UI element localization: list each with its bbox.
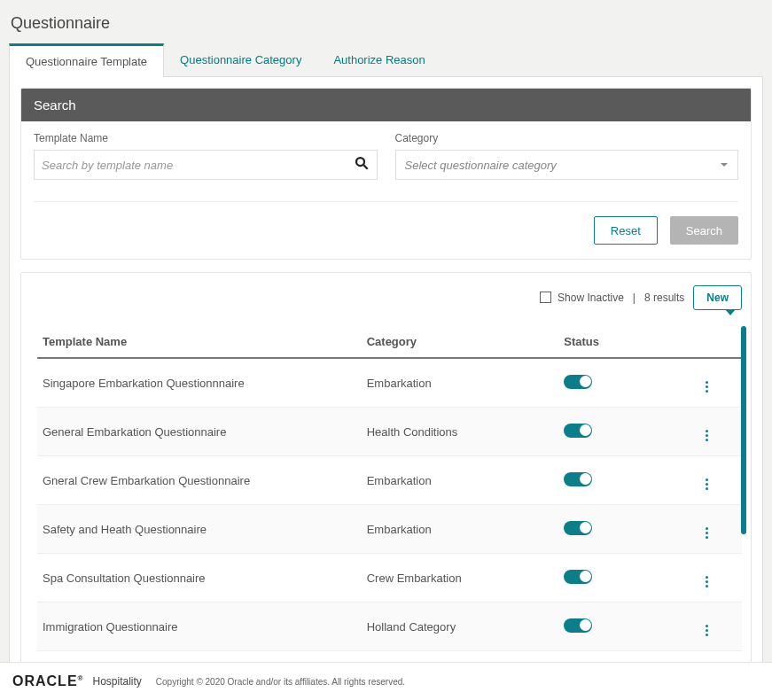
cell-name: Safety and Heath Questionnaire (37, 505, 362, 554)
reset-button[interactable]: Reset (594, 216, 658, 245)
tab-bar: Questionnaire Template Questionnaire Cat… (9, 43, 763, 77)
table-row[interactable]: Spa Consultation Questionnaire Crew Emba… (37, 554, 742, 603)
copyright-text: Copyright © 2020 Oracle and/or its affil… (156, 677, 405, 687)
search-icon[interactable] (354, 155, 370, 175)
status-toggle[interactable] (564, 521, 592, 535)
row-menu-button[interactable] (671, 408, 742, 456)
checkbox-icon (540, 292, 551, 303)
row-menu-button[interactable] (671, 554, 742, 603)
column-header-status[interactable]: Status (558, 326, 671, 358)
search-header: Search (21, 89, 751, 121)
svg-line-1 (363, 165, 368, 169)
cell-category: Embarkation (362, 456, 559, 505)
status-toggle[interactable] (564, 472, 592, 486)
scrollbar-indicator[interactable] (741, 326, 746, 534)
cell-category: Health Conditions (362, 408, 559, 456)
results-card: Show Inactive | 8 results New Template N… (20, 272, 752, 665)
brand-subtitle: Hospitality (92, 675, 141, 688)
template-name-input[interactable] (42, 159, 354, 172)
results-table: Template Name Category Status Singapore … (37, 326, 742, 651)
table-row[interactable]: Singapore Embarkation Questionnnaire Emb… (37, 358, 742, 408)
cell-name: General Embarkation Questionnaire (37, 408, 362, 456)
status-toggle[interactable] (564, 570, 592, 584)
cell-name: Spa Consultation Questionnaire (37, 554, 362, 603)
table-row[interactable]: Safety and Heath Questionnaire Embarkati… (37, 505, 742, 554)
svg-point-0 (356, 158, 364, 166)
category-select-placeholder: Select questionnaire category (405, 159, 557, 172)
tab-questionnaire-category[interactable]: Questionnaire Category (164, 43, 317, 76)
cell-category: Embarkation (362, 358, 559, 408)
cell-category: Crew Embarkation (362, 554, 559, 603)
results-count: 8 results (644, 292, 684, 304)
status-toggle[interactable] (564, 424, 592, 438)
chevron-down-icon (720, 157, 729, 173)
tab-authorize-reason[interactable]: Authorize Reason (317, 43, 441, 76)
row-menu-button[interactable] (671, 505, 742, 554)
category-select[interactable]: Select questionnaire category (395, 150, 739, 180)
row-menu-button[interactable] (671, 358, 742, 408)
cell-name: Immigration Questionnaire (37, 603, 362, 651)
cell-name: Singapore Embarkation Questionnnaire (37, 358, 362, 408)
status-toggle[interactable] (564, 375, 592, 389)
show-inactive-checkbox[interactable]: Show Inactive (540, 292, 624, 304)
status-toggle[interactable] (564, 618, 592, 633)
row-menu-button[interactable] (671, 456, 742, 505)
results-separator: | (633, 292, 636, 304)
page-title: Questionnaire (9, 9, 763, 43)
template-name-label: Template Name (34, 132, 378, 144)
divider (34, 201, 738, 202)
brand-logo: ORACLE® (12, 673, 83, 689)
results-table-area: Template Name Category Status Singapore … (37, 326, 742, 651)
cell-name: Gneral Crew Embarkation Questionnaire (37, 456, 362, 505)
table-row[interactable]: General Embarkation Questionnaire Health… (37, 408, 742, 456)
content-panel: Search Template Name Category (9, 77, 763, 676)
column-header-name[interactable]: Template Name (37, 326, 362, 358)
footer: ORACLE® Hospitality Copyright © 2020 Ora… (0, 662, 772, 700)
column-header-category[interactable]: Category (362, 326, 559, 358)
table-row[interactable]: Immigration Questionnaire Holland Catego… (37, 603, 742, 651)
category-label: Category (395, 132, 739, 144)
tab-questionnaire-template[interactable]: Questionnaire Template (9, 43, 164, 77)
cell-category: Embarkation (362, 505, 559, 554)
template-name-input-wrap[interactable] (34, 150, 378, 180)
cell-category: Holland Category (362, 603, 559, 651)
search-button[interactable]: Search (670, 216, 738, 245)
row-menu-button[interactable] (671, 603, 742, 651)
search-card: Search Template Name Category (20, 88, 752, 260)
table-row[interactable]: Gneral Crew Embarkation Questionnaire Em… (37, 456, 742, 505)
new-button[interactable]: New (693, 285, 742, 310)
show-inactive-label: Show Inactive (558, 292, 624, 304)
